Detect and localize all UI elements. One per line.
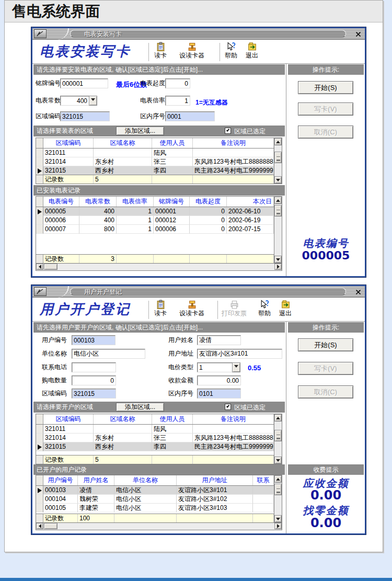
column-header[interactable]: 备注说明 — [193, 414, 274, 424]
scroll-down-icon[interactable] — [274, 515, 282, 522]
scrollbar-thumb[interactable] — [274, 430, 282, 441]
table-row[interactable]: 321014 东乡村 张三 东风路123号村电工88888888 — [36, 157, 274, 166]
read-card-button[interactable]: 读卡 — [154, 300, 167, 317]
column-header[interactable]: 用户地址 — [177, 475, 253, 485]
set-reader-button[interactable]: 设读卡器 — [179, 42, 204, 59]
add-area-button[interactable]: 添加区域... — [116, 127, 164, 135]
table-row[interactable]: 000006 400 1 000012 0 2002-06-19 — [36, 216, 274, 225]
table-row[interactable]: 000007 800 1 000006 0 2002-07-15 — [36, 225, 274, 234]
table-row[interactable]: 321011 陆风 — [36, 149, 274, 157]
table-row[interactable]: 000104 魏树荣 电信小区 友谊路小区3#102 — [36, 495, 274, 504]
window-title: 电表安装写卡 — [70, 30, 346, 38]
amount-input[interactable] — [197, 375, 241, 385]
table-row-selected[interactable]: 321015 西乡村 李四 民主路234号村电工99999999 — [36, 442, 274, 451]
column-header[interactable]: 电表起度 — [190, 197, 227, 207]
column-header[interactable]: 备注说明 — [193, 138, 274, 148]
set-reader-button[interactable]: 设读卡器 — [179, 300, 204, 317]
help-cursor-icon — [226, 42, 236, 52]
scroll-right-icon[interactable] — [274, 523, 282, 529]
row-selector — [36, 495, 43, 504]
phone-input[interactable] — [72, 362, 116, 372]
column-header[interactable]: 区域编码 — [43, 414, 94, 424]
start-reading-input[interactable] — [165, 78, 190, 88]
column-header[interactable]: 电表倍率 — [117, 197, 154, 207]
area-code-label: 区域编码 — [42, 389, 67, 398]
scrollbar-thumb[interactable] — [274, 484, 282, 495]
column-header[interactable]: 铭牌编号 — [154, 197, 190, 207]
scrollbar-thumb[interactable] — [274, 152, 282, 163]
meter-constant-combo[interactable] — [60, 96, 89, 106]
scroll-up-icon[interactable] — [274, 414, 282, 421]
scroll-down-icon[interactable] — [274, 457, 282, 464]
area-selected-checkbox[interactable] — [225, 404, 231, 410]
price-type-combo[interactable] — [197, 362, 233, 372]
cell: 321014 — [43, 157, 94, 166]
table-row[interactable]: 321014 东乡村 张三 东风路123号村电工88888888 — [36, 434, 274, 442]
horizontal-scrollbar[interactable] — [36, 523, 282, 530]
meter-ratio-input[interactable] — [165, 96, 190, 106]
column-header[interactable]: 单位名称 — [114, 475, 177, 485]
column-header[interactable]: 使用人员 — [152, 414, 193, 424]
area-selected-checkbox[interactable] — [225, 128, 231, 134]
column-header[interactable]: 用户姓名 — [78, 475, 114, 485]
exit-button[interactable]: 退出 — [246, 42, 258, 59]
cancel-button[interactable]: 取消(C) — [298, 126, 353, 139]
scroll-right-icon[interactable] — [274, 264, 282, 270]
vertical-scrollbar[interactable] — [274, 138, 282, 184]
horizontal-scrollbar[interactable] — [36, 264, 282, 271]
help-button[interactable]: 帮助 — [225, 42, 237, 59]
column-header[interactable]: 使用人员 — [152, 138, 193, 148]
purchase-qty-input[interactable] — [72, 375, 116, 385]
cell: 民主路234号村电工99999999 — [193, 166, 274, 175]
titlebar[interactable]: 用户开户登记 — [32, 286, 365, 298]
unit-name-input[interactable] — [72, 349, 145, 359]
write-card-button[interactable]: 写卡(V) — [298, 102, 353, 116]
table-row[interactable]: 321011 陆风 — [36, 425, 274, 434]
scroll-down-icon[interactable] — [274, 176, 282, 184]
close-icon[interactable] — [354, 30, 362, 38]
scroll-up-icon[interactable] — [274, 138, 282, 145]
cancel-button[interactable]: 取消(C) — [298, 385, 353, 398]
column-header[interactable]: 电表编号 — [43, 197, 79, 207]
start-button[interactable]: 开始(S) — [298, 81, 353, 94]
table-row-selected[interactable]: 000103 凌倩 电信小区 友谊路小区3#101 — [36, 486, 274, 495]
scrollbar-thumb[interactable] — [44, 264, 57, 270]
chevron-down-icon[interactable] — [232, 362, 240, 372]
column-header[interactable]: 联系 — [253, 475, 274, 485]
add-area-button[interactable]: 添加区域... — [116, 403, 164, 412]
table-row[interactable]: 000105 李建荣 电信小区 友谊路小区3#103 — [36, 504, 274, 512]
scroll-down-icon[interactable] — [274, 256, 282, 263]
nameplate-label: 铭牌编号 — [36, 78, 61, 88]
help-button[interactable]: 帮助 — [258, 300, 271, 317]
vertical-scrollbar[interactable] — [274, 414, 282, 464]
column-header[interactable]: 电表常数 — [79, 197, 117, 207]
scrollbar-thumb[interactable] — [274, 205, 282, 217]
column-header[interactable]: 用户编号 — [43, 475, 78, 485]
column-header[interactable]: 区域名称 — [94, 414, 152, 424]
scroll-left-icon[interactable] — [36, 523, 43, 529]
scroll-up-icon[interactable] — [274, 475, 282, 483]
close-icon[interactable] — [354, 288, 362, 295]
user-address-input[interactable] — [197, 349, 282, 359]
column-header[interactable]: 区域编码 — [43, 138, 94, 148]
read-card-button[interactable]: 读卡 — [154, 42, 167, 59]
scroll-left-icon[interactable] — [36, 264, 43, 270]
chevron-down-icon[interactable] — [89, 96, 97, 106]
scrollbar-thumb[interactable] — [44, 523, 57, 529]
vertical-scrollbar[interactable] — [274, 197, 282, 263]
write-card-button[interactable]: 写卡(V) — [298, 362, 353, 375]
scroll-up-icon[interactable] — [274, 197, 282, 204]
titlebar-swoosh — [48, 28, 69, 40]
table-row-selected[interactable]: 000005 400 1 000001 0 2002-06-10 — [36, 207, 274, 216]
toolbar-button-label: 退出 — [246, 52, 258, 59]
cell: 西乡村 — [94, 166, 152, 175]
vertical-scrollbar[interactable] — [274, 475, 282, 522]
table-row-selected[interactable]: 321015 西乡村 李四 民主路234号村电工99999999 — [36, 166, 274, 175]
nameplate-input[interactable] — [60, 78, 108, 88]
start-button[interactable]: 开始(S) — [298, 338, 353, 351]
column-header[interactable]: 本次日 — [227, 197, 274, 207]
titlebar[interactable]: 电表安装写卡 — [32, 28, 365, 40]
exit-button[interactable]: 退出 — [279, 300, 292, 317]
column-header[interactable]: 区域名称 — [94, 138, 152, 148]
user-name-input[interactable] — [197, 335, 241, 345]
